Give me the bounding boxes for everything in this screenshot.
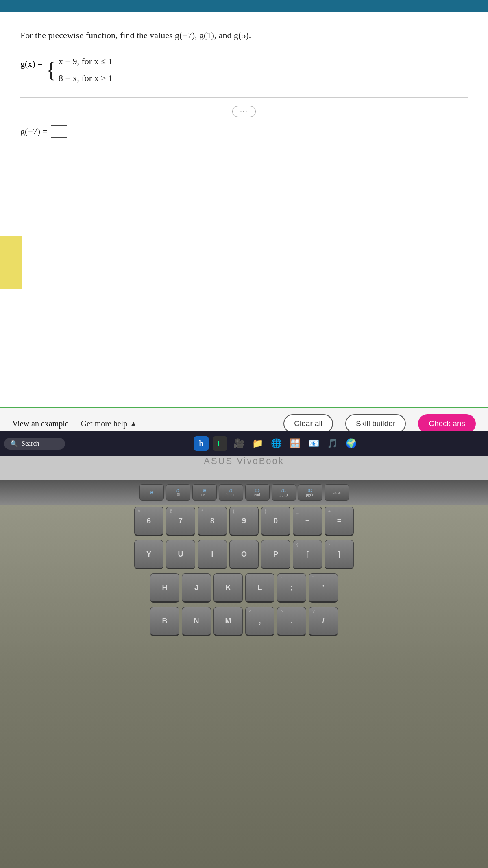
answer-input-box[interactable]: [51, 125, 67, 138]
big-brace: {: [46, 59, 57, 81]
key-0[interactable]: )0: [261, 507, 290, 536]
key-o[interactable]: O: [229, 540, 259, 569]
dots-container: ···: [20, 106, 468, 117]
key-b[interactable]: B: [150, 607, 179, 636]
get-more-help-link[interactable]: Get more help ▲: [81, 419, 137, 429]
problem-title: For the piecewise function, find the val…: [20, 28, 468, 42]
case-line-1: x + 9, for x ≤ 1: [59, 54, 113, 68]
search-label: Search: [22, 440, 39, 447]
brace-container: { x + 9, for x ≤ 1 8 − x, for x > 1: [46, 54, 113, 85]
divider: [20, 97, 468, 98]
laptop-screen: For the piecewise function, find the val…: [0, 0, 488, 448]
key-f6[interactable]: f6: [139, 484, 164, 501]
key-8[interactable]: *8: [198, 507, 227, 536]
taskbar: 🔍 Search b L 🎥 📁 🌐 🪟 📧 🎵 🌍: [0, 431, 488, 456]
check-answer-button[interactable]: Check ans: [418, 414, 476, 433]
key-u[interactable]: U: [166, 540, 195, 569]
clear-all-button[interactable]: Clear all: [283, 414, 333, 433]
taskbar-icon-folder[interactable]: 📁: [250, 436, 265, 451]
key-j[interactable]: J: [182, 573, 211, 603]
number-row: ^6 &7 *8 (9 )0 _− +=: [8, 507, 480, 536]
key-f8[interactable]: f8□/□: [192, 484, 217, 501]
dots-button[interactable]: ···: [232, 106, 255, 117]
key-f9[interactable]: f9home: [219, 484, 243, 501]
key-9[interactable]: (9: [229, 507, 259, 536]
key-m[interactable]: M: [214, 607, 243, 636]
key-6[interactable]: ^6: [134, 507, 163, 536]
key-prtsc[interactable]: prt sc: [325, 484, 349, 501]
key-equals[interactable]: +=: [325, 507, 354, 536]
key-y[interactable]: Y: [134, 540, 163, 569]
taskbar-icon-store[interactable]: 🪟: [288, 436, 302, 451]
key-h[interactable]: H: [150, 573, 179, 603]
asus-brand-label: ASUS VivoBook: [204, 456, 284, 466]
browser-content: For the piecewise function, find the val…: [0, 12, 488, 439]
yuiop-row: Y U I O P {[ }]: [8, 540, 480, 569]
key-n[interactable]: N: [182, 607, 211, 636]
key-f10[interactable]: f10end: [245, 484, 270, 501]
view-example-link[interactable]: View an example: [12, 419, 69, 429]
key-semicolon[interactable]: :;: [277, 573, 306, 603]
key-bracket-open[interactable]: {[: [293, 540, 322, 569]
key-f7[interactable]: f7🖥: [166, 484, 190, 501]
key-f12[interactable]: f12pgdn: [298, 484, 322, 501]
key-quote[interactable]: "': [309, 573, 338, 603]
case-line-2: 8 − x, for x > 1: [59, 71, 113, 85]
key-i[interactable]: I: [198, 540, 227, 569]
key-bracket-close[interactable]: }]: [325, 540, 354, 569]
hjkl-row: H J K L :; "': [8, 573, 480, 603]
keyboard-rows: ^6 &7 *8 (9 )0 _− += Y U I O P {[ }] H J…: [8, 507, 480, 640]
piecewise-cases: x + 9, for x ≤ 1 8 − x, for x > 1: [59, 54, 113, 85]
taskbar-search[interactable]: 🔍 Search: [4, 438, 65, 450]
piecewise-function: g(x) = { x + 9, for x ≤ 1 8 − x, for x >…: [20, 54, 468, 85]
fn-key-row: f6 f7🖥 f8□/□ f9home f10end f11pgup f12pg…: [0, 480, 488, 505]
taskbar-icon-mail[interactable]: 📧: [306, 436, 321, 451]
key-minus[interactable]: _−: [293, 507, 322, 536]
taskbar-icon-b[interactable]: b: [194, 436, 209, 451]
taskbar-icons: b L 🎥 📁 🌐 🪟 📧 🎵 🌍: [68, 436, 484, 451]
answer-label: g(−7) =: [20, 126, 48, 137]
taskbar-icon-chrome[interactable]: 🌍: [344, 436, 358, 451]
taskbar-icon-edge[interactable]: 🌐: [269, 436, 283, 451]
answer-line: g(−7) =: [20, 125, 468, 138]
function-label: g(x) =: [20, 54, 43, 74]
sticky-note: [0, 236, 22, 289]
key-l[interactable]: L: [245, 573, 274, 603]
bottom-alpha-row: B N M <, >. ?/: [8, 607, 480, 636]
skill-builder-button[interactable]: Skill builder: [345, 414, 406, 433]
search-icon: 🔍: [10, 440, 18, 448]
taskbar-icon-music[interactable]: 🎵: [325, 436, 340, 451]
key-p[interactable]: P: [261, 540, 290, 569]
key-period[interactable]: >.: [277, 607, 306, 636]
key-f11[interactable]: f11pgup: [272, 484, 296, 501]
key-comma[interactable]: <,: [245, 607, 274, 636]
taskbar-icon-lasso[interactable]: L: [213, 436, 227, 451]
taskbar-icon-video[interactable]: 🎥: [231, 436, 246, 451]
key-7[interactable]: &7: [166, 507, 195, 536]
keyboard-area: f6 f7🖥 f8□/□ f9home f10end f11pgup f12pg…: [0, 480, 488, 868]
key-slash[interactable]: ?/: [309, 607, 338, 636]
key-k[interactable]: K: [214, 573, 243, 603]
problem-area: For the piecewise function, find the val…: [0, 12, 488, 338]
